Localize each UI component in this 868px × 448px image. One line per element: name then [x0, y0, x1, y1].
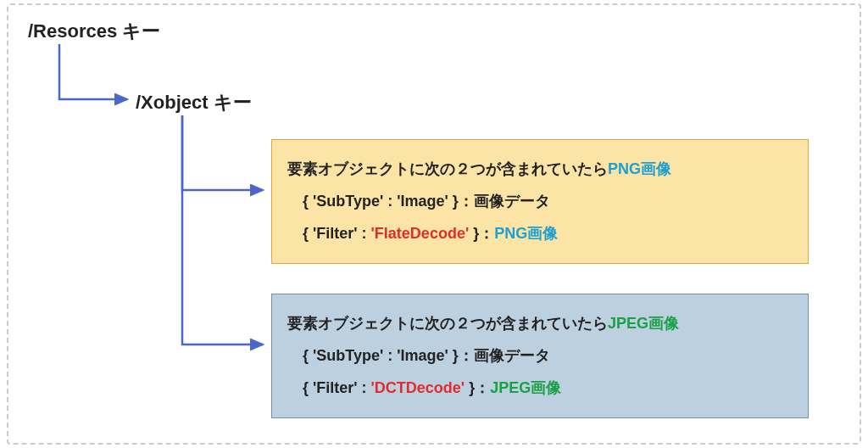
- jpeg-line1-suffix: JPEG画像: [608, 315, 679, 332]
- png-line3-post: }：: [469, 225, 494, 242]
- jpeg-line3-prefix: { 'Filter' :: [303, 379, 371, 396]
- png-line2: { 'SubType' : 'Image' }：画像データ: [287, 186, 793, 218]
- png-line3-prefix: { 'Filter' :: [303, 225, 371, 242]
- jpeg-line3-post: }：: [465, 379, 490, 396]
- png-line1: 要素オブジェクトに次の２つが含まれていたらPNG画像: [287, 154, 793, 186]
- jpeg-line3-suffix: JPEG画像: [490, 379, 561, 396]
- resources-key-label: /Resorces キー: [28, 19, 160, 44]
- arrow-xobject-to-jpeg: [182, 115, 263, 344]
- png-line1-prefix: 要素オブジェクトに次の２つが含まれていたら: [287, 160, 608, 177]
- png-line3: { 'Filter' : 'FlateDecode' }：PNG画像: [287, 218, 793, 250]
- xobject-key-label: /Xobject キー: [136, 90, 252, 115]
- jpeg-line2: { 'SubType' : 'Image' }：画像データ: [287, 340, 793, 372]
- arrow-xobject-to-png: [182, 115, 263, 190]
- png-line1-suffix: PNG画像: [608, 160, 671, 177]
- outer-frame: /Resorces キー /Xobject キー 要素オブジェクトに次の２つが含…: [7, 3, 861, 445]
- arrow-resources-to-xobject: [59, 44, 127, 99]
- jpeg-line1-prefix: 要素オブジェクトに次の２つが含まれていたら: [287, 315, 608, 332]
- png-line3-mid: 'FlateDecode': [371, 225, 470, 242]
- jpeg-line3: { 'Filter' : 'DCTDecode' }：JPEG画像: [287, 372, 793, 405]
- png-box: 要素オブジェクトに次の２つが含まれていたらPNG画像 { 'SubType' :…: [271, 139, 809, 264]
- jpeg-line3-mid: 'DCTDecode': [371, 379, 465, 396]
- png-line3-suffix: PNG画像: [494, 225, 558, 242]
- jpeg-line1: 要素オブジェクトに次の２つが含まれていたらJPEG画像: [287, 308, 793, 340]
- jpeg-box: 要素オブジェクトに次の２つが含まれていたらJPEG画像 { 'SubType' …: [271, 294, 809, 418]
